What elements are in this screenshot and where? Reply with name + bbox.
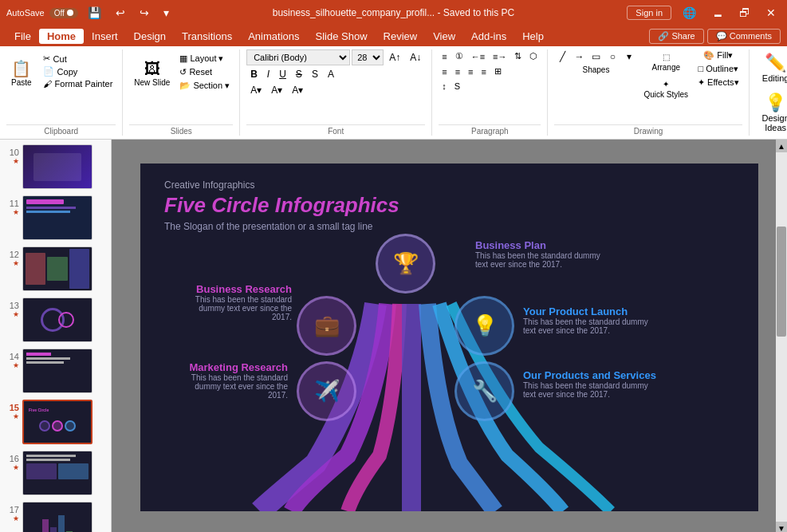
- shape-oval[interactable]: ○: [604, 49, 620, 64]
- close-button[interactable]: ✕: [761, 6, 781, 19]
- increase-font-button[interactable]: A↑: [385, 50, 404, 65]
- quick-styles-button[interactable]: ✦ Quick Styles: [639, 77, 693, 102]
- columns-button[interactable]: ⊞: [491, 65, 505, 78]
- char-spacing-button[interactable]: A▾: [288, 83, 307, 97]
- line-spacing-button[interactable]: ↕: [439, 80, 450, 93]
- restore-button[interactable]: 🗗: [734, 6, 755, 19]
- info-products-services: Our Products and Services This has been …: [523, 369, 656, 399]
- canvas-area: Creative Infographics Five Circle Infogr…: [112, 140, 787, 532]
- globe-icon[interactable]: 🌐: [678, 6, 701, 19]
- strikethrough-button[interactable]: S: [292, 67, 306, 81]
- format-painter-button[interactable]: 🖌 Format Painter: [40, 78, 116, 89]
- cut-button[interactable]: ✂ Cut: [40, 53, 116, 65]
- comments-button[interactable]: 💬 Comments: [707, 29, 781, 44]
- menu-view[interactable]: View: [425, 29, 463, 44]
- slide-thumb-13[interactable]: 13 ★: [3, 296, 108, 344]
- reset-button[interactable]: ↺ Reset: [176, 66, 233, 78]
- canvas-scrollbar-v[interactable]: ▲ ▼: [776, 140, 787, 532]
- menu-design[interactable]: Design: [126, 29, 174, 44]
- signin-button[interactable]: Sign in: [627, 6, 671, 20]
- customize-button[interactable]: ▾: [159, 6, 174, 19]
- slide-canvas[interactable]: Creative Infographics Five Circle Infogr…: [140, 164, 758, 511]
- clear-format-button[interactable]: A: [324, 67, 338, 81]
- shape-more[interactable]: ▾: [621, 49, 637, 64]
- editing-button[interactable]: ✏️ Editing: [756, 49, 787, 86]
- decrease-font-button[interactable]: A↓: [406, 50, 425, 65]
- slide-panel[interactable]: 10 ★ 11 ★ 12: [0, 140, 112, 532]
- shape-line[interactable]: ╱: [554, 49, 570, 64]
- justify-button[interactable]: ≡: [478, 65, 489, 78]
- slide-thumb-12[interactable]: 12 ★: [3, 245, 108, 293]
- menu-transitions[interactable]: Transitions: [174, 29, 240, 44]
- copy-button[interactable]: 📄 Copy: [40, 65, 116, 77]
- save-button[interactable]: 💾: [83, 6, 106, 19]
- text-highlight-button[interactable]: A▾: [267, 83, 286, 97]
- indent-increase-button[interactable]: ≡→: [490, 50, 510, 63]
- scroll-down-button[interactable]: ▼: [776, 522, 787, 532]
- shape-effects-button[interactable]: ✦ Effects▾: [695, 77, 742, 89]
- shape-arrow[interactable]: →: [571, 49, 587, 64]
- new-slide-button[interactable]: 🖼 New Slide: [129, 49, 175, 97]
- numbered-list-button[interactable]: ①: [452, 49, 466, 63]
- shapes-grid: ╱ → ▭ ○ ▾: [554, 49, 637, 64]
- scroll-up-button[interactable]: ▲: [776, 140, 787, 152]
- bold-button[interactable]: B: [246, 67, 262, 81]
- shape-rect[interactable]: ▭: [588, 49, 604, 64]
- info-marketing-research: Marketing Research This has been the sta…: [176, 361, 288, 400]
- menu-file[interactable]: File: [6, 29, 39, 44]
- slide-title: Five Circle Infographics: [164, 194, 399, 217]
- align-right-button[interactable]: ≡: [465, 65, 476, 78]
- slide-tag: Creative Infographics: [164, 179, 399, 191]
- italic-button[interactable]: I: [263, 67, 273, 81]
- slide-layout-button[interactable]: ▦ Layout ▾: [176, 53, 233, 65]
- arrange-icon: ⬚: [663, 53, 670, 61]
- font-color-button[interactable]: A▾: [246, 83, 266, 97]
- title-bar-right: Sign in 🌐 🗕 🗗 ✕: [587, 6, 781, 20]
- menu-animations[interactable]: Animations: [240, 29, 307, 44]
- autosave-toggle[interactable]: Off: [49, 8, 78, 18]
- arrange-button[interactable]: ⬚ Arrange: [647, 49, 685, 75]
- slide-thumb-14[interactable]: 14 ★: [3, 347, 108, 395]
- shape-fill-button[interactable]: 🎨 Fill▾: [700, 49, 736, 61]
- menu-insert[interactable]: Insert: [84, 29, 126, 44]
- share-button[interactable]: 🔗 Share: [649, 29, 703, 44]
- design-ideas-button[interactable]: 💡 Design Ideas: [756, 89, 787, 136]
- font-family-select[interactable]: Calibri (Body): [246, 49, 350, 65]
- autosave-label: AutoSave: [6, 8, 45, 18]
- circle-bot-right: 🔧: [454, 361, 514, 421]
- menu-review[interactable]: Review: [376, 29, 426, 44]
- convert-to-smartart-button[interactable]: ⬡: [526, 49, 541, 63]
- shape-outline-button[interactable]: □ Outline▾: [695, 63, 742, 75]
- slide-thumbnail-10: [22, 144, 92, 189]
- menu-help[interactable]: Help: [514, 29, 552, 44]
- undo-button[interactable]: ↩: [111, 6, 130, 19]
- align-center-button[interactable]: ≡: [452, 65, 463, 78]
- section-button[interactable]: 📂 Section ▾: [176, 80, 233, 92]
- shadow-button[interactable]: S: [308, 67, 322, 81]
- slide-thumb-17[interactable]: 17 ★: [3, 500, 108, 532]
- slide-thumbnail-14: [22, 349, 92, 393]
- align-left-button[interactable]: ≡: [439, 65, 450, 78]
- slide-thumb-16[interactable]: 16 ★: [3, 449, 108, 497]
- text-direction-button[interactable]: ⇅: [511, 49, 525, 63]
- design-ideas-icon: 💡: [765, 93, 786, 113]
- title-bar-left: AutoSave Off 💾 ↩ ↪ ▾: [6, 6, 200, 19]
- underline-button[interactable]: U: [275, 67, 290, 81]
- paste-button[interactable]: 📋 Paste: [6, 49, 37, 97]
- indent-decrease-button[interactable]: ←≡: [468, 50, 488, 63]
- slide-thumb-10[interactable]: 10 ★: [3, 143, 108, 191]
- bullet-button[interactable]: ≡: [439, 50, 450, 63]
- slide-thumb-15[interactable]: 15 ★ Five Circle: [3, 398, 108, 446]
- slide-thumb-11[interactable]: 11 ★: [3, 194, 108, 242]
- menu-home[interactable]: Home: [39, 29, 84, 44]
- text-shadow-button[interactable]: S: [451, 80, 463, 93]
- scroll-thumb-v[interactable]: [777, 227, 786, 337]
- circle-mid-left: 💼: [297, 296, 356, 356]
- menu-addins[interactable]: Add-ins: [463, 29, 514, 44]
- font-size-select[interactable]: 28: [352, 49, 384, 65]
- redo-button[interactable]: ↪: [135, 6, 154, 19]
- minimize-button[interactable]: 🗕: [707, 6, 728, 19]
- ribbon: 📋 Paste ✂ Cut 📄 Copy 🖌 Format Painter Cl…: [0, 46, 787, 140]
- shapes-label[interactable]: Shapes: [554, 65, 637, 74]
- menu-slideshow[interactable]: Slide Show: [307, 29, 375, 44]
